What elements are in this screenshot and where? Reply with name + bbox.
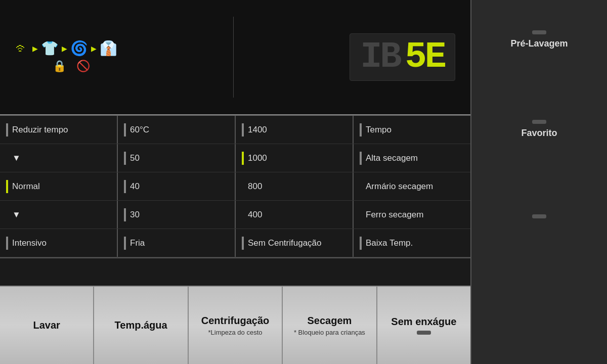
cell-text-3-2: 40 (130, 181, 140, 192)
menu-row-5: Intensivo Fria Sem Centrifugação Baixa T… (0, 229, 470, 257)
cell-text-4-4: Ferro secagem (360, 210, 423, 220)
cell-text-1-2: 60°C (130, 125, 149, 135)
icons-row-main: ᯤ ▶ 👕 ▶ 🌀 ▶ 👔 (15, 41, 117, 56)
indicator-2-4 (360, 152, 362, 165)
sem-enxague-led (417, 331, 431, 335)
cell-3-1[interactable]: Normal (0, 172, 118, 200)
menu-row-2: ▼ 50 1000 Alta secagem (0, 144, 470, 172)
no-spin-icon: 🚫 (76, 60, 90, 73)
menu-rows: Reduzir tempo 60°C 1400 Tempo ▼ (0, 116, 470, 257)
cell-1-1[interactable]: Reduzir tempo (0, 116, 118, 144)
bottom-right-section (532, 214, 546, 218)
indicator-5-2 (124, 237, 126, 250)
cell-2-1[interactable]: ▼ (0, 144, 118, 172)
btn-lavar-label: Lavar (33, 320, 60, 331)
cell-1-2[interactable]: 60°C (118, 116, 236, 144)
indicator-1-1 (6, 123, 8, 136)
favorito-label[interactable]: Favorito (521, 128, 557, 139)
wash-icon-1: ᯤ (15, 41, 29, 56)
cell-text-2-2: 50 (130, 153, 140, 163)
btn-temp-agua-label: Temp.água (115, 320, 167, 331)
favorito-section: Favorito (521, 120, 557, 139)
display-digit-dim: IB (360, 39, 400, 75)
btn-secagem-sub: * Bloqueio para crianças (294, 329, 365, 336)
vertical-divider (233, 17, 234, 98)
cell-text-3-3: 800 (242, 181, 262, 192)
main-menu: Reduzir tempo 60°C 1400 Tempo ▼ (0, 115, 470, 258)
cell-2-4[interactable]: Alta secagem (354, 144, 470, 172)
btn-secagem[interactable]: Secagem * Bloqueio para crianças (283, 287, 377, 364)
cell-text-2-1: ▼ (6, 153, 21, 163)
wash-icon-3: 🌀 (70, 41, 88, 56)
cell-text-2-4: Alta secagem (366, 153, 418, 163)
appliance-panel: ᯤ ▶ 👕 ▶ 🌀 ▶ 👔 🔒 🚫 IB 5E (0, 0, 607, 364)
cell-1-4[interactable]: Tempo (354, 116, 470, 144)
cell-text-5-1: Intensivo (12, 238, 47, 248)
btn-sem-enxague-label: Sem enxágue (391, 316, 456, 328)
display-digit-bright: 5E (405, 39, 445, 75)
cell-text-4-1: ▼ (6, 210, 21, 220)
indicator-2-2 (124, 152, 126, 165)
cell-3-4[interactable]: Armário secagem (354, 172, 470, 200)
indicator-5-3 (242, 237, 244, 250)
btn-temp-agua[interactable]: Temp.água (94, 287, 188, 364)
indicator-1-3 (242, 123, 244, 136)
cell-text-5-4: Baixa Temp. (366, 238, 413, 248)
bottom-buttons-row: Lavar Temp.água Centrifugação *Limpeza d… (0, 286, 470, 364)
menu-row-4: ▼ 30 400 Ferro secagem (0, 201, 470, 229)
cell-text-4-2: 30 (130, 210, 140, 220)
arrow-3: ▶ (91, 44, 97, 53)
cell-3-3[interactable]: 800 (236, 172, 354, 200)
menu-row-1: Reduzir tempo 60°C 1400 Tempo (0, 116, 470, 144)
bottom-right-led (532, 214, 546, 218)
cell-2-2[interactable]: 50 (118, 144, 236, 172)
lock-icon: 🔒 (53, 60, 66, 73)
cell-5-2[interactable]: Fria (118, 229, 236, 257)
wash-icon-4: 👔 (100, 41, 117, 56)
cell-1-3[interactable]: 1400 (236, 116, 354, 144)
cell-text-1-3: 1400 (248, 125, 267, 135)
cell-text-1-1: Reduzir tempo (12, 125, 68, 135)
cell-text-2-3: 1000 (248, 153, 267, 163)
btn-sem-enxague[interactable]: Sem enxágue (377, 287, 470, 364)
indicator-4-2 (124, 208, 126, 221)
indicator-3-2 (124, 180, 126, 193)
cell-text-3-4: Armário secagem (360, 181, 433, 192)
cell-5-3[interactable]: Sem Centrifugação (236, 229, 354, 257)
wash-icon-2: 👕 (41, 41, 59, 56)
cell-text-4-3: 400 (242, 210, 262, 220)
cell-text-5-3: Sem Centrifugação (248, 238, 322, 248)
btn-lavar[interactable]: Lavar (0, 287, 94, 364)
menu-row-3: Normal 40 800 Armário secagem (0, 172, 470, 201)
cell-5-1[interactable]: Intensivo (0, 229, 118, 257)
program-icons: ᯤ ▶ 👕 ▶ 🌀 ▶ 👔 🔒 🚫 (15, 41, 117, 73)
btn-centrifugacao-sub: *Limpeza do cesto (208, 329, 263, 336)
cell-4-4[interactable]: Ferro secagem (354, 201, 470, 229)
pre-lavagem-section: Pré-Lavagem (510, 30, 568, 49)
pre-lavagem-label[interactable]: Pré-Lavagem (510, 38, 568, 49)
indicator-3-1 (6, 180, 8, 193)
btn-centrifugacao[interactable]: Centrifugação *Limpeza do cesto (189, 287, 283, 364)
arrow-2: ▶ (62, 44, 67, 53)
digital-display: IB 5E (350, 33, 455, 81)
btn-centrifugacao-label: Centrifugação (201, 315, 269, 327)
indicator-5-1 (6, 237, 8, 250)
indicator-2-3 (242, 152, 244, 165)
cell-4-1[interactable]: ▼ (0, 201, 118, 229)
cell-text-1-4: Tempo (366, 125, 392, 135)
cell-4-3[interactable]: 400 (236, 201, 354, 229)
indicator-1-2 (124, 123, 126, 136)
top-section: ᯤ ▶ 👕 ▶ 🌀 ▶ 👔 🔒 🚫 IB 5E (0, 0, 470, 115)
cell-text-5-2: Fria (130, 238, 145, 248)
btn-secagem-label: Secagem (308, 315, 352, 327)
icons-row-secondary: 🔒 🚫 (15, 60, 117, 73)
pre-lavagem-led (532, 30, 546, 34)
cell-5-4[interactable]: Baixa Temp. (354, 229, 470, 257)
cell-text-3-1: Normal (12, 181, 40, 192)
cell-2-3[interactable]: 1000 (236, 144, 354, 172)
cell-3-2[interactable]: 40 (118, 172, 236, 200)
cell-4-2[interactable]: 30 (118, 201, 236, 229)
indicator-1-4 (360, 123, 362, 136)
indicator-5-4 (360, 237, 362, 250)
arrow-1: ▶ (32, 44, 38, 53)
